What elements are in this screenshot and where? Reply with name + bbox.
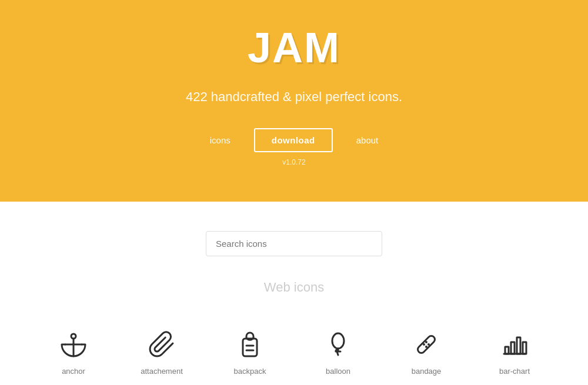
bandage-icon (412, 330, 440, 359)
attachement-icon (148, 330, 176, 359)
svg-rect-3 (243, 339, 257, 356)
icon-item-anchor[interactable]: anchor (29, 324, 118, 385)
svg-point-5 (332, 333, 344, 349)
main-content: Web icons anchor attachement (0, 202, 588, 385)
version-label: v1.0.72 (0, 158, 588, 166)
backpack-label: backpack (234, 367, 266, 376)
svg-rect-6 (416, 334, 436, 354)
icon-item-attachement[interactable]: attachement (118, 324, 206, 385)
search-input[interactable] (206, 231, 382, 256)
svg-rect-12 (505, 347, 509, 354)
attachement-label: attachement (141, 367, 183, 376)
bar-chart-label: bar-chart (499, 367, 530, 376)
section-title: Web icons (12, 280, 576, 295)
bandage-label: bandage (412, 367, 442, 376)
balloon-label: balloon (326, 367, 350, 376)
hero-section: JAM 422 handcrafted & pixel perfect icon… (0, 0, 588, 202)
nav-icons-link[interactable]: icons (210, 135, 230, 145)
svg-rect-15 (523, 342, 526, 354)
hero-subtitle: 422 handcrafted & pixel perfect icons. (0, 89, 588, 105)
app-title: JAM (0, 24, 588, 72)
icon-item-backpack[interactable]: backpack (206, 324, 294, 385)
nav-download-button[interactable]: download (254, 128, 333, 152)
balloon-icon (324, 330, 352, 359)
icon-item-bar-chart[interactable]: bar-chart (470, 324, 559, 385)
search-container (12, 231, 576, 256)
svg-rect-13 (511, 342, 514, 354)
nav-about-link[interactable]: about (356, 135, 379, 145)
svg-rect-14 (517, 337, 520, 354)
icon-item-balloon[interactable]: balloon (294, 324, 382, 385)
backpack-icon (236, 330, 264, 359)
hero-nav: icons download about (0, 128, 588, 152)
icons-grid: anchor attachement backpac (29, 324, 559, 385)
anchor-icon (59, 330, 88, 359)
icon-item-bandage[interactable]: bandage (382, 324, 470, 385)
anchor-label: anchor (62, 367, 85, 376)
bar-chart-icon (500, 330, 529, 359)
